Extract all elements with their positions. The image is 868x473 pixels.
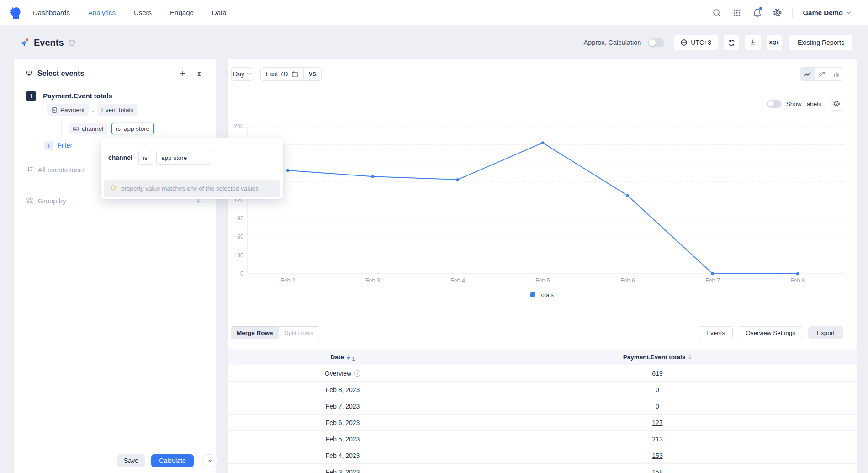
show-labels-toggle[interactable] (767, 100, 782, 108)
approx-calculation-toggle[interactable] (648, 38, 664, 47)
bar-chart-icon[interactable] (829, 68, 843, 80)
split-rows-button[interactable]: Split Rows (279, 327, 319, 339)
merge-rows-button[interactable]: Merge Rows (231, 327, 279, 339)
data-point[interactable] (456, 178, 459, 181)
date-range-button[interactable]: Last 7D (261, 70, 303, 78)
line-chart-icon[interactable] (800, 68, 815, 80)
sql-label: SQL (769, 40, 780, 45)
date-value: Feb 6, 2023 (326, 419, 360, 426)
popover-hint-bar: property value matches one of the select… (104, 180, 280, 197)
add-event-button[interactable]: + (180, 69, 185, 78)
export-button[interactable]: Export (808, 326, 843, 339)
chart-settings-button[interactable] (830, 97, 843, 111)
trend-chart-icon[interactable] (815, 68, 829, 80)
date-range-label: Last 7D (266, 70, 288, 78)
events-button[interactable]: Events (699, 326, 733, 339)
value-link[interactable]: 127 (652, 419, 662, 426)
overview-settings-button[interactable]: Overview Settings (738, 326, 803, 339)
existing-reports-button[interactable]: Existing Reports (789, 35, 852, 50)
nav-item-analytics[interactable]: Analytics (88, 9, 116, 16)
svg-text:90: 90 (237, 215, 243, 222)
date-cell: Feb 7, 2023 (228, 398, 458, 414)
svg-text:Feb 4: Feb 4 (450, 277, 465, 284)
value-link[interactable]: 213 (652, 436, 662, 443)
gear-icon[interactable] (772, 8, 782, 18)
value-cell: 0 (458, 398, 857, 414)
info-icon[interactable]: i (354, 370, 360, 377)
add-filter-button[interactable]: + Filter (44, 141, 72, 150)
sort-icon[interactable] (347, 354, 350, 360)
bell-icon[interactable] (752, 8, 762, 18)
refresh-button[interactable] (724, 35, 739, 50)
all-events-meet-label: All events meet (38, 166, 85, 174)
nav-item-users[interactable]: Users (134, 9, 152, 16)
sort-icon[interactable] (688, 354, 692, 360)
date-cell: Feb 3, 2023 (228, 464, 458, 473)
date-value: Overview (325, 370, 351, 377)
global-filter-icon (26, 165, 34, 174)
table-row: Feb 8, 20230 (228, 382, 857, 398)
data-point[interactable] (796, 272, 799, 275)
data-point[interactable] (626, 194, 629, 197)
download-icon (749, 39, 757, 46)
value-text: 819 (652, 370, 662, 377)
nav-item-data[interactable]: Data (212, 9, 227, 16)
compare-vs-button[interactable]: VS (304, 71, 321, 77)
date-column-header[interactable]: Date 1 (228, 349, 458, 365)
filter-value-label: app store (124, 125, 149, 132)
apps-grid-icon[interactable] (732, 8, 742, 18)
data-point[interactable] (711, 272, 714, 275)
filter-editor-popover: channel is app store property value matc… (101, 138, 283, 199)
filter-condition-chip[interactable]: is app store (111, 123, 154, 134)
nav-item-engage[interactable]: Engage (170, 9, 194, 16)
granularity-label: Day (233, 70, 244, 78)
info-icon[interactable] (69, 39, 75, 46)
nav-item-dashboards[interactable]: Dashboards (33, 9, 70, 16)
popover-value-input[interactable]: app store (156, 151, 211, 165)
value-column-header[interactable]: Payment.Event totals (458, 349, 857, 365)
granularity-dropdown[interactable]: Day (231, 67, 253, 81)
date-value: Feb 4, 2023 (326, 452, 360, 459)
workspace-selector[interactable]: Game Demo (803, 9, 852, 16)
svg-text:Feb 5: Feb 5 (535, 277, 550, 284)
event-entity-chip[interactable]: Payment (47, 104, 89, 116)
collapse-panel-button[interactable]: « (202, 454, 218, 467)
query-builder-panel: Select events + Σ 1 Payment.Event totals… (14, 59, 216, 473)
formula-sigma-button[interactable]: Σ (197, 70, 201, 78)
timezone-button[interactable]: UTC+8 (674, 35, 718, 50)
date-cell: Feb 8, 2023 (228, 382, 458, 398)
chip-separator: . (92, 106, 94, 114)
group-by-label: Group by (38, 197, 66, 205)
event-index-badge: 1 (26, 91, 36, 101)
svg-text:0: 0 (240, 271, 243, 277)
calendar-icon (291, 71, 298, 78)
value-cell: 0 (458, 382, 857, 398)
value-link[interactable]: 153 (652, 452, 662, 459)
filter-property-chip[interactable]: channel (69, 123, 107, 134)
svg-text:Feb 8: Feb 8 (790, 277, 805, 284)
svg-text:240: 240 (234, 123, 243, 129)
legend-swatch (530, 292, 535, 297)
all-events-meet-section[interactable]: All events meet (26, 165, 85, 174)
event-measure-chip[interactable]: Event totals (97, 104, 138, 116)
data-point[interactable] (286, 169, 289, 172)
sql-button[interactable]: SQL (767, 35, 782, 50)
group-by-icon (26, 197, 34, 205)
table-row: Feb 4, 2023153 (228, 447, 857, 464)
value-link[interactable]: 158 (652, 468, 662, 473)
search-icon[interactable] (712, 8, 722, 18)
chart-legend[interactable]: Totals (228, 291, 857, 299)
calculate-button[interactable]: Calculate (151, 454, 194, 467)
existing-reports-label: Existing Reports (798, 39, 844, 46)
app-logo-icon[interactable] (8, 5, 23, 20)
filter-indent-line (61, 122, 62, 134)
value-text: 0 (656, 403, 659, 410)
download-button[interactable] (745, 35, 761, 50)
workspace-name: Game Demo (803, 9, 843, 16)
save-button[interactable]: Save (117, 454, 145, 467)
date-cell: Feb 5, 2023 (228, 431, 458, 447)
data-point[interactable] (541, 141, 544, 144)
group-by-section[interactable]: Group by (26, 197, 66, 205)
data-point[interactable] (371, 175, 374, 178)
popover-operator-select[interactable]: is (138, 151, 152, 165)
